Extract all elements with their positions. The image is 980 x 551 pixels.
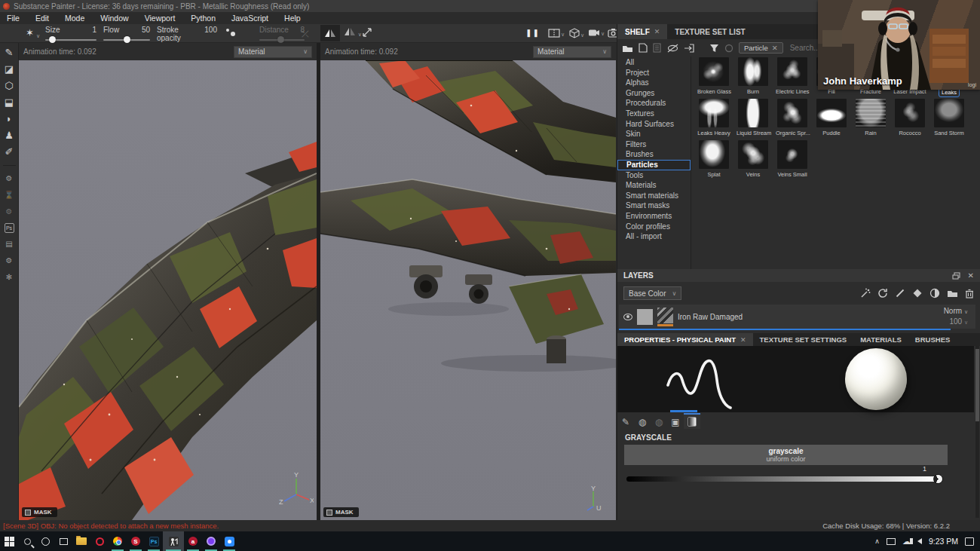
viewport-3d-right-canvas[interactable] <box>320 60 616 520</box>
subtab-grayscale[interactable] <box>684 413 700 429</box>
layer-mask-thumbnail[interactable] <box>637 309 653 325</box>
polygon-fill-tool-icon[interactable]: ⬓ <box>5 97 14 108</box>
category-grunges[interactable]: Grunges <box>617 88 691 99</box>
photoshop-button[interactable]: Ps <box>145 531 163 551</box>
category-brushes[interactable]: Brushes <box>617 149 691 160</box>
shading-mode-dropdown-right[interactable]: Material ∨ <box>533 46 611 58</box>
flow-value[interactable]: 50 <box>142 26 150 34</box>
layer-visibility-icon[interactable] <box>623 314 632 320</box>
spacing-dot-small-icon[interactable] <box>226 29 229 32</box>
pose-plugin-icon[interactable]: ✻ <box>6 272 12 283</box>
category-project[interactable]: Project <box>617 68 691 78</box>
brush-stamp-icon[interactable]: ✶ <box>26 27 34 38</box>
brush-rain[interactable]: Rain <box>851 99 890 140</box>
layers-close-icon[interactable]: ✕ <box>968 271 974 280</box>
menu-file[interactable]: File <box>7 14 20 23</box>
grayscale-mode-button[interactable]: grayscale uniform color <box>624 445 948 465</box>
refresh-circle-icon[interactable] <box>724 44 733 53</box>
add-paint-layer-icon[interactable] <box>895 288 905 298</box>
brush-leaks-heavy[interactable]: Leaks Heavy <box>694 99 733 140</box>
grayscale-slider[interactable] <box>626 476 938 482</box>
brush-burn[interactable]: Burn <box>733 57 773 99</box>
chrome-button[interactable] <box>109 531 127 551</box>
layer-row-iron-raw-damaged[interactable]: Iron Raw Damaged Norm ∨ 100 ∨ <box>619 305 975 329</box>
substance-alchemist-button[interactable]: a <box>184 531 202 551</box>
category-environments[interactable]: Environments <box>617 211 691 222</box>
brush-puddle[interactable]: Puddle <box>812 99 851 140</box>
mesh-display-button[interactable]: ∨ <box>569 28 584 38</box>
tray-expand-icon[interactable]: ∧ <box>874 537 880 545</box>
category-textures[interactable]: Textures <box>617 109 691 119</box>
camera-view-button[interactable]: ∨ <box>588 29 605 37</box>
category-skin[interactable]: Skin <box>617 129 691 139</box>
size-slider-knob[interactable] <box>49 36 56 43</box>
add-fill-layer-icon[interactable] <box>912 288 923 298</box>
transform-button[interactable] <box>362 27 373 39</box>
projection-tool-icon[interactable]: ⬡ <box>5 81 13 91</box>
document-plugin-icon[interactable]: ▤ <box>5 239 12 249</box>
menu-edit[interactable]: Edit <box>35 14 49 23</box>
viewport-3d-left-canvas[interactable] <box>19 60 317 520</box>
tab-texture-set-list[interactable]: TEXTURE SET LIST <box>667 24 752 39</box>
category-particles[interactable]: Particles <box>617 160 691 170</box>
camera-app-button[interactable] <box>220 531 238 551</box>
brush-splat[interactable]: Splat <box>694 140 733 182</box>
file-explorer-button[interactable] <box>72 531 90 551</box>
subtab-material[interactable]: ▣ <box>667 413 684 429</box>
task-view-button[interactable] <box>54 531 72 551</box>
menu-mode[interactable]: Mode <box>65 14 84 23</box>
cortana-button[interactable] <box>36 531 54 551</box>
brush-stamp-chevron-icon[interactable]: ∨ <box>36 33 40 39</box>
layer-blend-mode[interactable]: Norm ∨ <box>944 307 968 315</box>
category-alphas[interactable]: Alphas <box>617 78 691 88</box>
category-materials[interactable]: Materials <box>617 180 691 191</box>
size-slider[interactable] <box>45 39 96 41</box>
brush-veins-small[interactable]: Veins Small <box>773 140 812 182</box>
tab-brushes[interactable]: BRUSHES <box>908 333 957 346</box>
brush-sand-storm[interactable]: Sand Storm <box>929 99 969 140</box>
tab-shelf[interactable]: SHELF ✕ <box>617 24 667 39</box>
category-smart-masks[interactable]: Smart masks <box>617 201 691 211</box>
tab-shelf-close-icon[interactable]: ✕ <box>654 28 660 35</box>
category-all[interactable]: All <box>617 57 691 68</box>
category-color-profiles[interactable]: Color profiles <box>617 222 691 232</box>
brush-electric-lines[interactable]: Electric Lines <box>773 57 812 99</box>
viewport-3d-right[interactable]: Animation time: 0.092 Material ∨ MASK Y … <box>320 43 616 520</box>
photoshop-plugin-icon[interactable]: Ps <box>5 223 14 233</box>
menu-python[interactable]: Python <box>191 14 216 23</box>
eraser-tool-icon[interactable]: ◪ <box>5 64 14 75</box>
properties-scrollbar-thumb[interactable] <box>975 349 979 421</box>
category-all-import[interactable]: All - import <box>617 231 691 242</box>
menu-help[interactable]: Help <box>284 14 301 23</box>
spacing-dot-large-icon[interactable] <box>231 32 235 36</box>
channel-dropdown[interactable]: Base Color ∨ <box>623 286 681 300</box>
brush-rococco[interactable]: Rococco <box>890 99 929 140</box>
properties-scrollbar[interactable] <box>975 346 979 518</box>
flow-slider-knob[interactable] <box>124 36 130 43</box>
action-center-icon[interactable] <box>965 537 974 546</box>
size-value[interactable]: 1 <box>92 26 96 34</box>
paint-tool-icon[interactable]: ✎ <box>5 47 14 58</box>
material-picker-tool-icon[interactable]: ✐ <box>5 147 14 158</box>
tab-properties-physical-paint[interactable]: PROPERTIES - PHYSICAL PAINT ✕ <box>617 333 753 346</box>
network-icon[interactable] <box>887 538 896 545</box>
preview-scroll-indicator[interactable] <box>670 410 697 412</box>
app-purple-button[interactable] <box>202 531 220 551</box>
taskbar-clock[interactable]: 9:23 PM <box>929 537 958 546</box>
folder-icon[interactable] <box>622 44 633 53</box>
filter-funnel-icon[interactable] <box>709 44 719 53</box>
stroke-opacity-value[interactable]: 100 <box>204 26 217 42</box>
shading-mode-dropdown[interactable]: Material ∨ <box>234 46 312 58</box>
add-effect-icon[interactable] <box>860 288 871 298</box>
filter-chip-close-icon[interactable]: ✕ <box>772 44 778 52</box>
menu-window[interactable]: Window <box>100 14 128 23</box>
new-resource-icon[interactable] <box>639 43 648 53</box>
import-resources-icon[interactable] <box>684 44 694 53</box>
category-filters[interactable]: Filters <box>617 139 691 150</box>
symmetry-button[interactable] <box>320 25 340 41</box>
subtab-brush[interactable]: ✎ <box>617 413 634 429</box>
grayscale-slider-knob[interactable] <box>933 474 943 484</box>
undock-icon[interactable] <box>952 272 960 280</box>
brush-veins[interactable]: Veins <box>733 140 773 182</box>
substance-painter-button[interactable] <box>163 531 184 551</box>
